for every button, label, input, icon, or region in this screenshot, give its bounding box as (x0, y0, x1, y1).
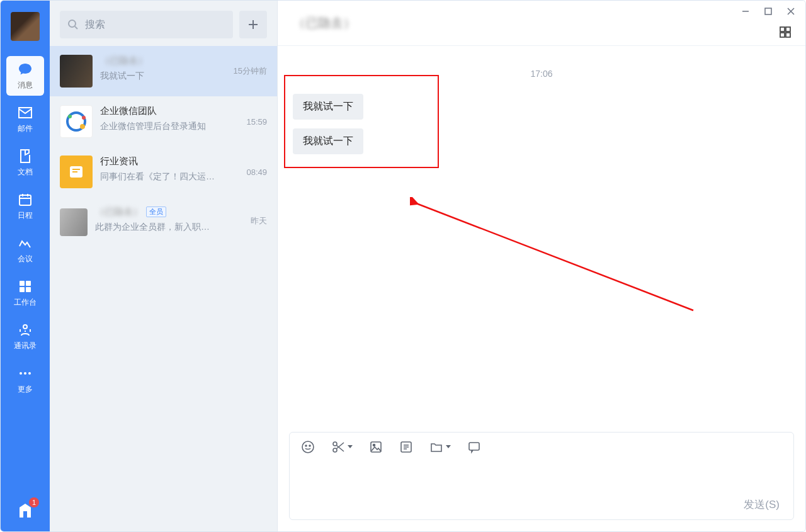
more-icon (17, 365, 33, 382)
message-input[interactable]: 发送(S) (290, 458, 793, 519)
chevron-down-icon (446, 445, 451, 449)
search-placeholder: 搜索 (85, 18, 105, 31)
conversation-item[interactable]: 企业微信团队 企业微信管理后台登录通知 15:59 (50, 96, 277, 147)
chat-bubble-icon (17, 61, 33, 77)
nav-label: 通讯录 (14, 341, 37, 351)
image-button[interactable] (369, 440, 383, 454)
nav-label: 工作台 (14, 297, 37, 308)
conversation-name: （已隐去） (100, 55, 147, 67)
svg-point-14 (82, 116, 86, 120)
screenshot-button[interactable] (331, 440, 353, 454)
svg-rect-1 (20, 281, 25, 286)
nav-mail[interactable]: 邮件 (6, 99, 44, 139)
svg-rect-32 (469, 443, 479, 450)
conversation-time: 08:49 (246, 167, 267, 177)
contacts-icon (17, 322, 33, 338)
grid-icon (779, 26, 792, 38)
nav-bottom-app[interactable]: 1 (6, 501, 44, 531)
svg-point-25 (305, 445, 307, 446)
svg-rect-17 (72, 171, 77, 173)
conversation-name: 行业资讯 (100, 156, 138, 167)
scissors-icon (331, 440, 345, 454)
conversation-item[interactable]: （已隐去） 全员 此群为企业全员群，新入职… 昨天 (50, 197, 277, 245)
maximize-button[interactable] (764, 7, 773, 18)
doc-icon (17, 148, 33, 164)
nav-messages[interactable]: 消息 (6, 56, 44, 96)
composer-toolbar (290, 433, 793, 458)
svg-rect-9 (23, 511, 27, 518)
svg-rect-4 (26, 287, 31, 292)
svg-rect-20 (786, 27, 790, 31)
conversation-list: 搜索 （已隐去） 我就试一下 15分钟前 企业微信团队 企业微信管理后台登录通知… (50, 1, 278, 531)
nav-rail: 消息 邮件 文档 日程 会议 (1, 1, 50, 531)
image-icon (369, 440, 383, 454)
conversation-time: 15分钟前 (234, 65, 267, 77)
card-button[interactable] (399, 440, 413, 454)
emoji-button[interactable] (301, 440, 315, 454)
svg-rect-3 (20, 287, 25, 292)
conversation-item[interactable]: 行业资讯 同事们在看《定了！四大运… 08:49 (50, 147, 277, 197)
svg-point-12 (80, 124, 85, 129)
svg-point-30 (373, 444, 375, 446)
nav-label: 更多 (18, 384, 33, 395)
avatar (60, 105, 93, 138)
nav-workbench[interactable]: 工作台 (6, 273, 44, 313)
chat-header: （已隐去） (278, 1, 805, 46)
chat-body: 17:06 我就试一下 我就试一下 (278, 46, 805, 432)
nav-label: 邮件 (18, 123, 33, 134)
window-controls (741, 7, 795, 18)
badge-count: 1 (29, 497, 39, 507)
news-icon (67, 162, 86, 181)
quick-reply-button[interactable] (467, 440, 481, 454)
svg-rect-19 (780, 27, 785, 31)
conversation-time: 15:59 (246, 117, 267, 127)
apps-icon (17, 278, 33, 295)
minimize-button[interactable] (741, 7, 750, 18)
emoji-icon (301, 440, 315, 454)
conversation-name: （已隐去） (95, 206, 142, 218)
conversation-preview: 此群为企业全员群，新入职… (95, 222, 221, 233)
new-chat-button[interactable] (239, 11, 267, 38)
svg-rect-0 (20, 195, 31, 205)
nav-label: 文档 (18, 167, 33, 178)
annotation-highlight-box (284, 75, 439, 168)
avatar (60, 55, 93, 88)
svg-point-13 (68, 115, 72, 118)
svg-point-24 (302, 441, 314, 453)
nav-meeting[interactable]: 会议 (6, 230, 44, 269)
svg-point-26 (309, 445, 310, 446)
folder-icon (429, 440, 443, 454)
svg-rect-18 (765, 8, 771, 14)
user-avatar[interactable] (11, 12, 40, 41)
close-button[interactable] (786, 7, 795, 18)
chat-pane: （已隐去） 17:06 我就试一下 我就试一下 (278, 1, 805, 531)
svg-point-7 (24, 372, 26, 375)
wechat-work-icon (64, 109, 89, 134)
card-icon (399, 440, 413, 454)
search-icon (67, 19, 79, 30)
conversation-preview: 企业微信管理后台登录通知 (100, 121, 226, 132)
nav-more[interactable]: 更多 (6, 360, 44, 400)
conversation-item[interactable]: （已隐去） 我就试一下 15分钟前 (50, 46, 277, 96)
chevron-down-icon (348, 445, 353, 449)
send-button[interactable]: 发送(S) (744, 497, 780, 512)
chat-title: （已隐去） (293, 14, 356, 31)
svg-point-8 (28, 372, 31, 375)
nav-label: 消息 (18, 80, 33, 91)
nav-contacts[interactable]: 通讯录 (6, 317, 44, 356)
plus-icon (247, 18, 259, 31)
svg-rect-2 (26, 281, 31, 286)
meeting-icon (17, 235, 33, 251)
search-input[interactable]: 搜索 (60, 11, 233, 38)
svg-line-23 (416, 203, 693, 310)
conversation-name: 企业微信团队 (100, 105, 157, 117)
conversation-preview: 同事们在看《定了！四大运… (100, 171, 226, 183)
panel-toggle-button[interactable] (779, 26, 792, 41)
svg-point-10 (69, 20, 76, 27)
nav-docs[interactable]: 文档 (6, 143, 44, 183)
nav-calendar[interactable]: 日程 (6, 186, 44, 226)
svg-point-5 (23, 325, 27, 329)
avatar (60, 208, 88, 236)
file-button[interactable] (429, 440, 451, 454)
tag-all-members: 全员 (146, 207, 166, 217)
